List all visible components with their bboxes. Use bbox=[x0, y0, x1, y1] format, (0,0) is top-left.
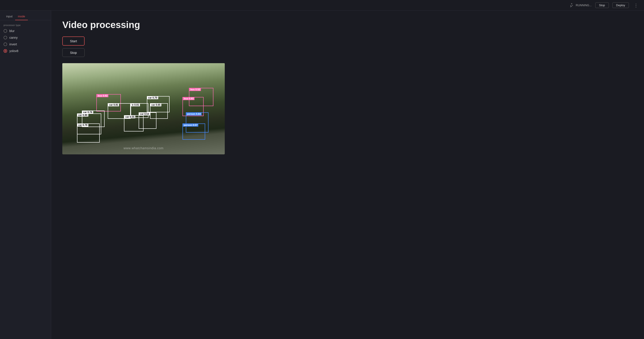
option-blur-label: blur bbox=[9, 29, 14, 33]
page-title: Video processing bbox=[62, 19, 633, 30]
processor-type-group: blur canny invert yolov8 bbox=[4, 29, 48, 53]
video-container: bus 0.92 bus 0.52 bus 0.83 car 0.70 bbox=[62, 63, 225, 154]
video-frame: bus 0.92 bus 0.52 bus 0.83 car 0.70 bbox=[62, 63, 225, 154]
tab-mode[interactable]: mode bbox=[15, 13, 28, 20]
svg-point-0 bbox=[571, 3, 572, 4]
stop-button-main[interactable]: Stop bbox=[62, 48, 84, 57]
main-layout: input mode processor type blur canny inv… bbox=[0, 11, 644, 339]
option-yolov8[interactable]: yolov8 bbox=[4, 49, 48, 53]
video-watermark: www.whatchamsindia.com bbox=[124, 146, 164, 150]
running-label: RUNNING... bbox=[576, 3, 592, 7]
detection-car-079: car 0.79 bbox=[77, 123, 100, 143]
option-invert[interactable]: invert bbox=[4, 42, 48, 46]
option-canny-label: canny bbox=[9, 36, 18, 39]
sidebar-tabs: input mode bbox=[0, 11, 51, 20]
option-yolov8-label: yolov8 bbox=[9, 49, 18, 53]
start-button[interactable]: Start bbox=[62, 36, 84, 46]
radio-yolov8[interactable] bbox=[4, 49, 7, 53]
detection-person-057: person 0.57 bbox=[182, 123, 205, 140]
option-blur[interactable]: blur bbox=[4, 29, 48, 33]
option-invert-label: invert bbox=[9, 42, 17, 46]
running-status: RUNNING... bbox=[569, 3, 592, 8]
running-icon bbox=[569, 3, 574, 8]
radio-blur[interactable] bbox=[4, 29, 7, 33]
tab-input[interactable]: input bbox=[4, 13, 15, 20]
action-buttons: Start Stop bbox=[62, 36, 633, 57]
detection-car-055: car 0.55 bbox=[124, 115, 144, 132]
sidebar-content: processor type blur canny invert yolov8 bbox=[0, 20, 51, 339]
stop-button[interactable]: Stop bbox=[595, 2, 609, 8]
option-canny[interactable]: canny bbox=[4, 36, 48, 39]
navbar: RUNNING... Stop Deploy ⋮ bbox=[0, 0, 644, 11]
deploy-button[interactable]: Deploy bbox=[612, 2, 629, 8]
sidebar: input mode processor type blur canny inv… bbox=[0, 11, 51, 339]
more-options-button[interactable]: ⋮ bbox=[632, 2, 640, 8]
detections-overlay: bus 0.92 bus 0.52 bus 0.83 car 0.70 bbox=[62, 63, 225, 154]
radio-canny[interactable] bbox=[4, 36, 7, 39]
main-content: Video processing Start Stop bus 0.92 bus… bbox=[51, 11, 644, 339]
processor-type-label: processor type bbox=[4, 24, 48, 26]
radio-invert[interactable] bbox=[4, 42, 7, 46]
